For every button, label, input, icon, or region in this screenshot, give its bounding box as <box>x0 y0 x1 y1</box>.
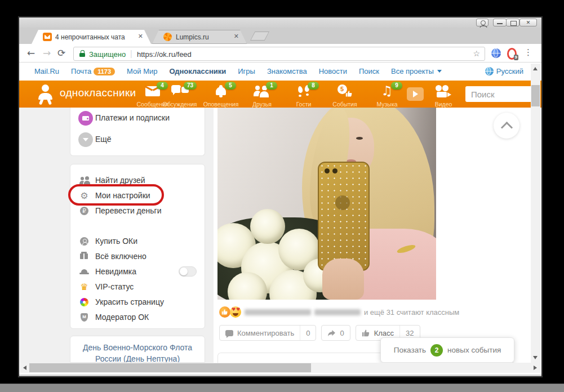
ok-logo-icon[interactable] <box>36 83 55 105</box>
scroll-down-arrow-icon[interactable] <box>533 356 538 359</box>
likes-text[interactable]: и ещё 31 считают классным <box>364 308 459 317</box>
sidebar-item-vip-status[interactable]: ♛ VIP-статус <box>70 280 205 295</box>
new-events-toast[interactable]: Показать 2 новых события <box>380 337 514 363</box>
topnav-mail[interactable]: Почта1173 <box>71 67 115 75</box>
titlebar[interactable]: ✕ <box>19 17 541 28</box>
language-label: Русский <box>496 67 523 75</box>
language-selector[interactable]: Русский <box>485 67 523 75</box>
forward-button[interactable]: → <box>43 47 51 59</box>
vertical-scroll-thumb[interactable] <box>531 85 540 106</box>
nav-video[interactable]: Видео <box>425 83 462 98</box>
nav-discussions[interactable]: 73 Обсуждения <box>161 83 198 97</box>
topnav-dating[interactable]: Знакомства <box>267 67 307 75</box>
nav-events[interactable]: 5 События <box>326 83 363 97</box>
horizontal-scrollbar[interactable] <box>20 363 540 373</box>
extension-globe-icon[interactable] <box>491 48 501 58</box>
sidebar-item-invisibility[interactable]: Невидимка <box>70 265 205 279</box>
blurred-username[interactable] <box>245 309 311 315</box>
nav-music[interactable]: ♫ 9 Музыка <box>368 83 406 98</box>
gift-icon <box>79 252 89 261</box>
music-badge: 9 <box>391 82 402 90</box>
search-input[interactable] <box>465 86 537 102</box>
reload-button[interactable]: ⟳ <box>57 47 65 59</box>
sidebar-item-decorate-page[interactable]: Украсить страницу <box>70 295 205 310</box>
sidebar-item-find-friends[interactable]: Найти друзей <box>70 173 205 188</box>
scroll-up-arrow-icon[interactable] <box>533 67 538 70</box>
notifications-badge: 5 <box>225 82 236 90</box>
tab-lumpics[interactable]: Lumpics.ru ✕ <box>152 30 247 44</box>
tab-close-icon[interactable]: ✕ <box>234 33 239 40</box>
sidebar-item-all-inclusive[interactable]: Всё включено <box>70 250 205 264</box>
sidebar-item-moderator[interactable]: М Модератор ОК <box>70 310 205 325</box>
feed-photo[interactable] <box>217 108 436 300</box>
invisibility-toggle[interactable] <box>179 266 197 277</box>
close-button[interactable]: ✕ <box>519 19 537 26</box>
sidebar-item-buy-oks[interactable]: Купить ОКи <box>70 234 205 249</box>
horizontal-scroll-thumb[interactable] <box>29 363 311 372</box>
topnav-mailru[interactable]: Mail.Ru <box>34 67 59 75</box>
nav-guests[interactable]: 8 Гости <box>285 83 322 97</box>
photo-phone-camera2 <box>332 168 337 173</box>
browser-toolbar: ← → ⟳ Защищено | https://ok.ru/feed ☆ 9 … <box>19 44 541 63</box>
scroll-left-arrow-icon[interactable] <box>23 366 26 370</box>
topnav-games[interactable]: Игры <box>238 67 255 75</box>
profile-button[interactable] <box>476 19 488 26</box>
chevron-down-icon <box>78 132 93 147</box>
toast-show-label: Показать <box>394 346 426 354</box>
tab-unread-chats[interactable]: 4 непрочитанных чата ✕ <box>32 30 151 44</box>
new-tab-button[interactable] <box>250 32 270 41</box>
tab-title: 4 непрочитанных чата <box>55 33 125 41</box>
minimize-button[interactable] <box>493 19 507 26</box>
url-text[interactable]: https://ok.ru/feed <box>137 50 192 59</box>
holiday-line1: День Военно-Морского Флота <box>70 342 205 353</box>
taskbar-strip <box>0 384 564 392</box>
share-button[interactable]: 0 <box>321 325 350 341</box>
photo-phone-camera <box>325 168 330 173</box>
topnav-search[interactable]: Поиск <box>359 67 379 75</box>
sidebar-item-more[interactable]: Ещё <box>70 132 205 147</box>
back-button[interactable]: ← <box>27 47 35 59</box>
sidebar-item-payments[interactable]: Платежи и подписки <box>70 111 205 126</box>
sidebar-item-my-settings[interactable]: ⚙ Мои настройки <box>70 189 205 203</box>
globe-icon <box>485 67 494 75</box>
mail-favicon <box>43 33 52 41</box>
lumpics-favicon <box>163 33 172 41</box>
scroll-to-top-button[interactable] <box>494 113 519 139</box>
sidebar-item-transfer-money[interactable]: ₽ Перевести деньги <box>70 204 205 219</box>
maximize-button[interactable] <box>506 19 519 26</box>
thumb-up-emoji <box>219 306 230 318</box>
ruble-icon: ₽ <box>79 206 89 216</box>
browser-menu-icon[interactable]: ⋮ <box>524 47 532 57</box>
nav-friends[interactable]: 1 Друзья <box>243 83 281 97</box>
lock-icon <box>79 53 85 57</box>
topnav-moymir[interactable]: Мой Мир <box>127 67 157 75</box>
nav-notifications[interactable]: 5 Оповещения <box>202 83 239 95</box>
ok-logo-text[interactable]: одноклассники <box>60 87 136 99</box>
tab-close-icon[interactable]: ✕ <box>138 33 143 40</box>
url-divider: | <box>130 49 132 58</box>
mini-player-play-button[interactable] <box>407 87 424 101</box>
gear-icon: ⚙ <box>79 191 89 201</box>
share-count: 0 <box>340 329 344 337</box>
crown-icon: ♛ <box>79 282 89 292</box>
topnav-odnoklassniki[interactable]: Одноклассники <box>169 67 226 75</box>
holiday-widget[interactable]: День Военно-Морского Флота России (День … <box>70 336 205 363</box>
photo-eye-right <box>356 137 363 140</box>
topnav-all-projects[interactable]: Все проекты <box>391 67 442 75</box>
tab-title: Lumpics.ru <box>176 33 209 41</box>
friends-badge: 1 <box>266 82 277 90</box>
thumb-up-icon <box>345 90 353 97</box>
comment-button[interactable]: Комментировать 0 <box>219 325 316 341</box>
likes-caption: ♥ ♥ и ещё 31 считают классным <box>219 306 459 318</box>
extension-red-icon[interactable]: 9 <box>507 48 517 60</box>
topnav-news[interactable]: Новости <box>319 67 347 75</box>
hat-icon <box>79 267 89 277</box>
bookmark-star-icon[interactable]: ☆ <box>473 49 480 58</box>
browser-window: ✕ 4 непрочитанных чата ✕ Lumpics.ru ✕ ← … <box>19 17 542 377</box>
scroll-right-arrow-icon[interactable] <box>534 366 537 370</box>
comment-count: 0 <box>300 326 316 340</box>
address-bar[interactable]: Защищено | https://ok.ru/feed ☆ <box>73 47 485 61</box>
photo-hand <box>322 259 364 300</box>
blurred-username[interactable] <box>314 309 361 315</box>
vertical-scrollbar[interactable] <box>531 64 540 363</box>
